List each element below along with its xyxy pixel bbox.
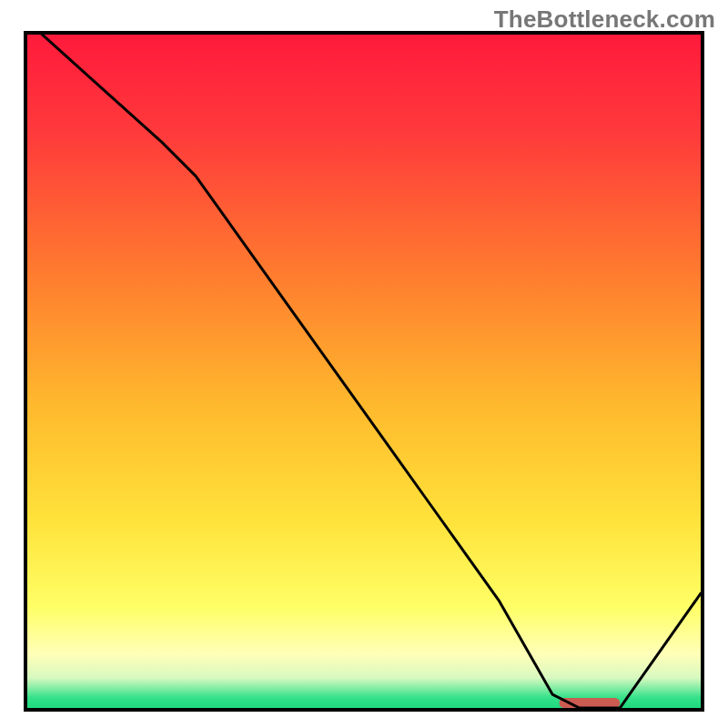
chart-area (24, 31, 704, 712)
watermark-text: TheBottleneck.com (494, 5, 715, 34)
chart-svg (27, 35, 701, 708)
gradient-fill (27, 35, 701, 708)
